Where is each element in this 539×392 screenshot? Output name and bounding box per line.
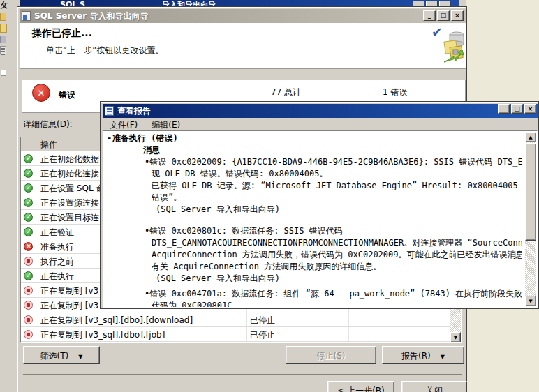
stop-button[interactable]: 停止(S) [286,346,376,364]
row-status-icon [24,257,33,266]
row-status-icon [24,271,33,280]
chevron-down-icon: ▼ [78,354,82,360]
wizard-titlebar[interactable]: SQL Server 导入和导出向导 _ □ × [20,9,466,23]
page-title: 操作已停止... [32,27,92,40]
folder-icon [0,24,7,33]
menu-file[interactable]: 文件(F) [103,118,145,130]
dialog-titlebar[interactable]: 查看报告 [103,104,538,118]
minimize-button[interactable]: _ [498,104,510,114]
filter-button[interactable]: 筛选(T)▼ [23,346,100,364]
report-line: •错误 0xc020801c: 数据流任务: SSIS 错误代码 [107,225,522,237]
list-icon [0,46,6,54]
report-button-label: 报告(R) [401,351,431,361]
report-content: -准备执行 (错误) 消息 •错误 0xc0202009: {A1B7CC10-… [103,130,538,308]
filter-button-label: 筛选(T) [40,351,69,361]
wizard-graphic-icon [443,30,465,66]
report-line: •错误 0xc004701a: 数据流任务: 组件 “源 64 - pa_wor… [107,288,522,300]
scroll-down-icon[interactable]: ▼ [450,332,461,342]
close-icon: × [455,12,460,19]
row-status: 已停止 [247,312,349,326]
report-line: 代码为 0xC020801C。 [107,300,522,308]
check-icon: ✔ [431,24,443,40]
row-status-icon [24,227,33,236]
report-line: •错误 0xc0202009: {A1B7CC10-BDA9-446B-94E5… [107,156,522,168]
operation-label: 正在复制到 [v3_sql].[dbo].[job] [36,327,247,341]
app-icon [22,11,31,21]
close-button[interactable]: × [451,10,464,21]
table-row[interactable]: 正在复制到 [v3_sql].[dbo].[download] 已停止 [21,312,461,327]
desktop-icon-fragment [1,70,6,76]
row-status-icon [24,213,33,222]
icon-column-header [21,137,36,151]
minimize-icon: _ [502,105,505,112]
error-count: 1 错误 [383,86,407,98]
report-scrollbar[interactable]: ▲ ▼ [525,132,536,306]
report-line: 错误”。 [107,192,522,204]
scroll-down-icon[interactable]: ▼ [525,296,536,306]
report-line: 现 OLE DB 错误。错误代码: 0x80004005。 [107,168,522,180]
total-count: 77 总计 [271,86,301,98]
maximize-button[interactable]: □ [511,104,523,114]
close-button-label: 关闭 [426,386,443,392]
separator [23,374,462,375]
stop-button-label: 停止(S) [317,351,346,361]
report-line: 消息 [107,144,522,156]
desktop-icon-fragment [0,36,6,43]
report-line: (SQL Server 导入和导出向导) [107,204,522,216]
close-wizard-button[interactable]: 关闭 [401,381,467,392]
report-icon [105,106,114,116]
dialog-title: 查看报告 [117,105,151,117]
back-button-label: < 上一步(B) [337,386,384,392]
menu-edit[interactable]: 编辑(E) [145,118,187,130]
scrollbar-thumb[interactable] [525,143,536,241]
wizard-header: 操作已停止... 单击“上一步”按钮以更改设置。 ✔ [20,23,466,69]
row-status-icon [24,242,33,251]
back-button[interactable]: < 上一步(B) [327,381,394,392]
row-status-icon [24,286,33,295]
report-section-heading: -准备执行 (错误) [107,133,522,144]
details-label: 详细信息(D): [23,119,73,130]
minimize-button[interactable]: _ [423,10,436,21]
desktop-edge: 攵 [0,0,8,392]
row-status-icon [24,183,33,193]
error-circle-icon: ✕ [32,84,50,102]
close-icon: × [528,105,533,112]
dialog-menubar: 文件(F) 编辑(E) [103,118,538,130]
desktop-label-fragment: 攵 [0,0,8,10]
row-status-icon [24,154,33,163]
scroll-up-icon[interactable]: ▲ [525,132,536,142]
chevron-down-icon: ▼ [441,354,445,360]
tree-collapse-icon[interactable]: - [107,133,112,143]
minimize-icon: _ [428,12,431,19]
report-line: (SQL Server 导入和导出向导) [107,273,522,285]
maximize-icon: □ [514,105,520,112]
row-status: 已停止 [247,327,349,341]
row-status-icon [24,330,33,339]
view-report-dialog: 查看报告 _ □ × 文件(F) 编辑(E) -准备执行 (错误) 消息 •错误… [100,101,539,309]
row-status-icon [24,169,33,178]
table-row[interactable]: 正在复制到 [v3_sql].[dbo].[job] 已停止 [21,327,461,342]
report-line: AcquireConnection 方法调用失败，错误代码为 0xC020200… [107,249,522,261]
desktop-icon-fragment [0,13,6,21]
row-status-icon [24,315,33,324]
close-button[interactable]: × [524,104,536,114]
maximize-icon: □ [441,12,447,19]
report-line: 有关 AcquireConnection 方法调用失败原因的详细信息。 [107,261,522,273]
window-title: SQL Server 导入和导出向导 [34,10,148,22]
report-line: 已获得 OLE DB 记录。源: “Microsoft JET Database… [107,180,522,192]
row-status-icon [24,301,33,310]
operation-label: 正在复制到 [v3_sql].[dbo].[download] [36,312,247,326]
report-line: DTS_E_CANNOTACQUIRECONNECTIONFROMCONNECT… [107,237,522,249]
page-subtitle: 单击“上一步”按钮以更改设置。 [46,45,163,56]
maximize-button[interactable]: □ [437,10,450,21]
row-status-icon [24,198,33,207]
status-label: 错误 [59,89,75,101]
report-button[interactable]: 报告(R)▼ [382,346,464,364]
